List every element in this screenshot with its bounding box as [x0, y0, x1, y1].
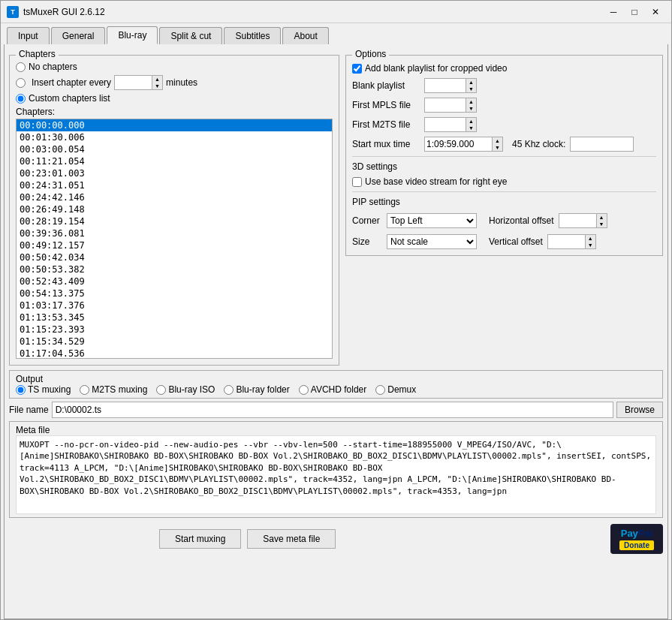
size-select[interactable]: Not scale1/21/41/8 [387, 234, 477, 249]
v-offset-up[interactable]: ▲ [586, 235, 595, 242]
list-item[interactable]: 00:00:00.000 [17, 119, 332, 131]
ts-radio[interactable] [16, 385, 26, 395]
h-offset-spin: 0 ▲ ▼ [559, 213, 607, 228]
first-mpls-up[interactable]: ▲ [466, 98, 476, 105]
start-mux-value[interactable]: 1:09:59.000 [424, 137, 492, 152]
blank-playlist-checkbox[interactable] [352, 64, 362, 74]
tab-subtitles[interactable]: Subtitles [224, 27, 281, 44]
tab-bluray[interactable]: Blu-ray [107, 26, 158, 44]
insert-chapter-value[interactable]: 5 [114, 75, 152, 90]
output-radio-demux: Demux [375, 384, 416, 395]
list-item[interactable]: 00:39:36.081 [17, 227, 332, 239]
blank-playlist-up[interactable]: ▲ [466, 79, 476, 86]
metafile-content[interactable]: MUXOPT --no-pcr-on-video-pid --new-audio… [16, 435, 656, 514]
list-item[interactable]: 00:24:31.051 [17, 179, 332, 191]
h-offset-up[interactable]: ▲ [597, 214, 607, 221]
no-chapters-radio[interactable] [16, 62, 26, 72]
blank-playlist-value[interactable]: 1900 [424, 78, 466, 93]
demux-radio[interactable] [375, 385, 385, 395]
minimize-button[interactable]: ─ [604, 5, 623, 20]
list-item[interactable]: 00:23:01.003 [17, 167, 332, 179]
tab-splitcut[interactable]: Split & cut [159, 27, 222, 44]
m2ts-radio[interactable] [80, 385, 89, 395]
list-item[interactable]: 01:03:17.376 [17, 299, 332, 312]
output-radio-ts: TS muxing [16, 384, 71, 395]
list-item[interactable]: 01:15:34.529 [17, 336, 332, 348]
list-item[interactable]: 00:11:21.054 [17, 155, 332, 167]
blank-playlist-down[interactable]: ▼ [466, 86, 476, 92]
base-video-checkbox[interactable] [352, 177, 362, 187]
list-item[interactable]: 00:52:43.409 [17, 275, 332, 287]
corner-select[interactable]: Top LeftTop RightBottom LeftBottom Right [387, 213, 477, 228]
custom-chapters-radio[interactable] [16, 94, 26, 104]
tab-input[interactable]: Input [7, 27, 50, 44]
start-muxing-button[interactable]: Start muxing [159, 529, 241, 549]
chapters-list-label: Chapters: [16, 107, 333, 117]
metafile-panel: Meta file MUXOPT --no-pcr-on-video-pid -… [9, 421, 663, 518]
output-radio-iso: Blu-ray ISO [156, 384, 215, 395]
paypal-button[interactable]: PayPal Donate [610, 524, 663, 554]
options-group-title: Options [352, 49, 389, 59]
first-mpls-value[interactable]: 0 [424, 98, 466, 113]
divider-3d [352, 156, 656, 157]
first-m2ts-down[interactable]: ▼ [466, 125, 476, 131]
browse-button[interactable]: Browse [616, 402, 663, 418]
paypal-donate-label: Donate [619, 540, 654, 550]
first-mpls-down[interactable]: ▼ [466, 105, 476, 112]
right-panel: Options Add blank playlist for cropped v… [345, 49, 663, 366]
list-item[interactable]: 00:03:00.054 [17, 143, 332, 155]
khz-value[interactable]: 188955000 [570, 137, 634, 152]
insert-chapter-up[interactable]: ▲ [152, 76, 162, 83]
first-m2ts-up[interactable]: ▲ [466, 118, 476, 125]
h-offset-down[interactable]: ▼ [597, 221, 607, 227]
blank-playlist-row: Blank playlist 1900 ▲ ▼ [352, 78, 656, 93]
corner-label: Corner [352, 215, 382, 226]
list-item[interactable]: 00:49:12.157 [17, 239, 332, 251]
iso-radio[interactable] [156, 385, 166, 395]
filename-input[interactable]: D:\00002.ts [52, 402, 613, 418]
start-mux-down[interactable]: ▼ [493, 144, 502, 151]
v-offset-down[interactable]: ▼ [586, 242, 595, 248]
first-m2ts-value[interactable]: 0 [424, 117, 466, 132]
close-button[interactable]: ✕ [646, 5, 665, 20]
v-offset-value[interactable]: 0 [547, 234, 585, 249]
ts-label: TS muxing [28, 384, 71, 395]
save-meta-button[interactable]: Save meta file [247, 529, 336, 549]
first-mpls-row: First MPLS file 0 ▲ ▼ [352, 98, 656, 113]
size-label: Size [352, 236, 382, 247]
chapters-group: Chapters No chapters Insert chapter ever… [9, 55, 339, 366]
start-mux-up[interactable]: ▲ [493, 137, 502, 144]
window-title: tsMuxeR GUI 2.6.12 [23, 7, 604, 17]
iso-label: Blu-ray ISO [168, 384, 215, 395]
list-item[interactable]: 00:54:13.375 [17, 287, 332, 299]
chapters-panel: Chapters No chapters Insert chapter ever… [9, 49, 339, 366]
h-offset-label: Horizontal offset [489, 215, 554, 226]
list-item[interactable]: 01:15:23.393 [17, 324, 332, 336]
list-item[interactable]: 00:28:19.154 [17, 215, 332, 227]
chapters-group-title: Chapters [16, 49, 59, 59]
list-item[interactable]: 01:17:04.536 [17, 348, 332, 359]
tab-about[interactable]: About [282, 27, 328, 44]
list-item[interactable]: 00:24:42.146 [17, 191, 332, 203]
list-item[interactable]: 00:26:49.148 [17, 203, 332, 215]
threed-title: 3D settings [352, 161, 656, 172]
chapters-listbox[interactable]: 00:00:00.00000:01:30.00600:03:00.05400:1… [16, 119, 333, 359]
list-item[interactable]: 00:50:42.034 [17, 251, 332, 263]
folder-radio[interactable] [224, 385, 234, 395]
list-item[interactable]: 01:13:53.345 [17, 312, 332, 324]
insert-chapter-radio[interactable] [16, 78, 26, 88]
avchd-radio[interactable] [299, 385, 309, 395]
first-m2ts-row: First M2TS file 0 ▲ ▼ [352, 117, 656, 132]
pip-title: PIP settings [352, 197, 656, 207]
list-item[interactable]: 00:50:53.382 [17, 263, 332, 275]
m2ts-label: M2TS muxing [92, 384, 147, 395]
insert-chapter-down[interactable]: ▼ [152, 83, 162, 89]
main-content: Chapters No chapters Insert chapter ever… [4, 44, 668, 619]
v-offset-label: Vertical offset [489, 236, 543, 247]
list-item[interactable]: 00:01:30.006 [17, 131, 332, 143]
maximize-button[interactable]: □ [625, 5, 644, 20]
tab-general[interactable]: General [51, 27, 106, 44]
first-mpls-label: First MPLS file [352, 100, 420, 110]
h-offset-value[interactable]: 0 [559, 213, 596, 228]
no-chapters-row: No chapters [16, 62, 333, 72]
